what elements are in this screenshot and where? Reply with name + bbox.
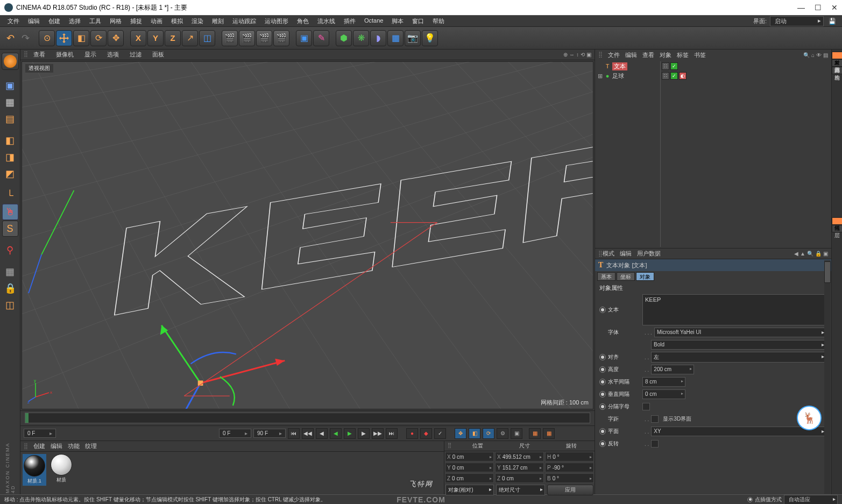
om-menu-编辑[interactable]: 编辑 <box>625 52 637 58</box>
vp-menu-过滤[interactable]: 过滤 <box>130 51 141 59</box>
rotate-tool[interactable]: ⟳ <box>90 30 107 46</box>
window-close-button[interactable]: ✕ <box>831 3 838 12</box>
vp-icon[interactable]: ↔ <box>569 52 575 58</box>
coord-size-dropdown[interactable]: 绝对尺寸 <box>496 485 544 495</box>
om-menu-标签[interactable]: 标签 <box>677 52 689 58</box>
vp-menu-选项[interactable]: 选项 <box>107 51 119 59</box>
goto-start-button[interactable]: ⏮ <box>288 428 300 439</box>
coord-s-Z[interactable]: Z0 cm▸ <box>495 473 544 483</box>
enable-tag[interactable]: ✓ <box>670 72 678 80</box>
visibility-tag[interactable]: ∷ <box>662 62 669 70</box>
planar-workplane-button[interactable]: 🔒 <box>2 280 18 296</box>
vspace-field[interactable]: 0 cm▸ <box>642 389 685 399</box>
menu-编辑[interactable]: 编辑 <box>25 16 43 26</box>
attr-lock-icon[interactable]: 🔒 <box>815 251 822 257</box>
vp-icon[interactable]: ⊕ <box>563 52 568 58</box>
menu-角色[interactable]: 角色 <box>294 16 312 26</box>
coord-r-B[interactable]: B0 °▸ <box>545 473 594 483</box>
last-tool[interactable]: ✥ <box>108 30 124 46</box>
font-weight-dropdown[interactable]: Bold <box>651 340 827 350</box>
key-param-button[interactable]: ⚙ <box>497 428 508 439</box>
layout-save-icon[interactable]: 💾 <box>827 17 838 25</box>
om-menu-书签[interactable]: 书签 <box>694 52 706 58</box>
attr-search-icon[interactable]: 🔍 <box>807 251 813 257</box>
redo-button[interactable]: ↷ <box>18 32 32 45</box>
coord-s-Y[interactable]: Y151.27 cm▸ <box>495 463 544 472</box>
plane-dropdown[interactable]: XY <box>651 427 827 436</box>
range-start-field[interactable]: 0 F▸ <box>24 429 56 438</box>
scene-button-2[interactable]: ▦ <box>543 428 555 439</box>
goto-end-button[interactable]: ⏭ <box>386 428 398 439</box>
om-menu-查看[interactable]: 查看 <box>642 52 654 58</box>
menu-模拟[interactable]: 模拟 <box>168 16 186 26</box>
menu-动画[interactable]: 动画 <box>147 16 166 26</box>
om-home-icon[interactable]: ⌂ <box>811 52 815 58</box>
play-button[interactable]: ▶ <box>344 428 356 439</box>
attr-menu-用户数据[interactable]: 用户数据 <box>637 250 661 257</box>
object-row[interactable]: ⊞●足球 <box>596 71 660 81</box>
menu-帮助[interactable]: 帮助 <box>429 16 448 26</box>
menu-雕刻[interactable]: 雕刻 <box>209 16 227 26</box>
visibility-tag[interactable]: ∷ <box>662 72 669 80</box>
render-settings-button[interactable]: 🎬 <box>273 30 289 46</box>
dock-tab-内容浏览器[interactable]: 内容浏览器 <box>832 59 843 67</box>
render-region-button[interactable]: 🎬 <box>239 30 255 46</box>
play-back-button[interactable]: ◀ <box>330 428 342 439</box>
om-filter-icon[interactable]: ▤ <box>823 52 828 58</box>
enable-tag[interactable]: ✓ <box>670 62 678 70</box>
attr-enable-hspace[interactable] <box>599 379 606 385</box>
menu-网格[interactable]: 网格 <box>107 16 125 26</box>
attr-tab-对象[interactable]: 对象 <box>636 272 654 281</box>
kern-checkbox[interactable] <box>651 415 659 423</box>
environment-button[interactable]: ◗ <box>370 30 386 46</box>
deformer-button[interactable]: ❋ <box>353 30 369 46</box>
menu-Octane[interactable]: Octane <box>361 16 386 26</box>
window-minimize-button[interactable]: — <box>797 3 805 12</box>
mat-menu-纹理[interactable]: 纹理 <box>85 443 97 449</box>
status-interp-dropdown[interactable]: 自动适应 <box>784 495 838 505</box>
render-pv-button[interactable]: 🎬 <box>256 30 272 46</box>
make-editable-button[interactable] <box>2 53 19 70</box>
y-axis-lock[interactable]: Y <box>147 30 164 46</box>
key-position-button[interactable]: ✥ <box>455 428 466 439</box>
spline-button[interactable]: ✎ <box>313 30 329 46</box>
vp-menu-查看[interactable]: 查看 <box>33 51 45 59</box>
vp-menu-显示[interactable]: 显示 <box>84 51 96 59</box>
move-tool[interactable] <box>56 30 72 46</box>
scene-button-1[interactable]: ▦ <box>529 428 541 439</box>
menu-插件[interactable]: 插件 <box>341 16 359 26</box>
separate-checkbox[interactable] <box>642 403 650 410</box>
coord-s-X[interactable]: X499.512 cm▸ <box>495 452 544 462</box>
workplane-mode-button[interactable]: ◫ <box>2 297 18 313</box>
goto-prev-key-button[interactable]: ◀◀ <box>302 428 314 439</box>
om-search-icon[interactable]: 🔍 <box>803 52 810 58</box>
attr-enable-vspace[interactable] <box>599 391 606 397</box>
mat-menu-创建[interactable]: 创建 <box>33 443 45 449</box>
om-menu-文件[interactable]: 文件 <box>608 52 620 58</box>
point-mode-button[interactable]: ◧ <box>2 132 18 148</box>
attr-enable-text[interactable] <box>599 307 606 313</box>
attr-enable-reverse[interactable] <box>599 441 606 447</box>
height-field[interactable]: 200 cm▸ <box>651 365 694 374</box>
coord-apply-button[interactable]: 应用 <box>547 485 593 495</box>
menu-文件[interactable]: 文件 <box>4 16 23 26</box>
window-maximize-button[interactable]: ☐ <box>815 3 822 12</box>
text-input-field[interactable]: KEEP <box>642 294 827 325</box>
edge-mode-button[interactable]: ◨ <box>2 149 18 165</box>
live-select-tool[interactable]: ⊙ <box>39 30 55 46</box>
material-item[interactable]: 材质 <box>49 454 73 484</box>
dock-tab-对象[interactable]: 对象 <box>832 52 843 59</box>
attr-tab-坐标[interactable]: 坐标 <box>617 272 635 281</box>
x-axis-lock[interactable]: X <box>130 30 146 46</box>
primitive-button[interactable]: ▣ <box>296 30 312 46</box>
menu-渲染[interactable]: 渲染 <box>188 16 207 26</box>
menu-流水线[interactable]: 流水线 <box>314 16 338 26</box>
coord-p-Z[interactable]: Z0 cm▸ <box>445 473 494 483</box>
menu-窗口[interactable]: 窗口 <box>409 16 427 26</box>
attr-tab-基本[interactable]: 基本 <box>597 272 615 281</box>
keyframe-sel-button[interactable]: ✓ <box>434 428 446 439</box>
perspective-viewport[interactable]: 透视视图 <box>22 61 593 409</box>
mat-menu-功能[interactable]: 功能 <box>68 443 80 449</box>
material-item[interactable]: 材质.1 <box>23 454 46 486</box>
reverse-checkbox[interactable] <box>651 440 659 448</box>
